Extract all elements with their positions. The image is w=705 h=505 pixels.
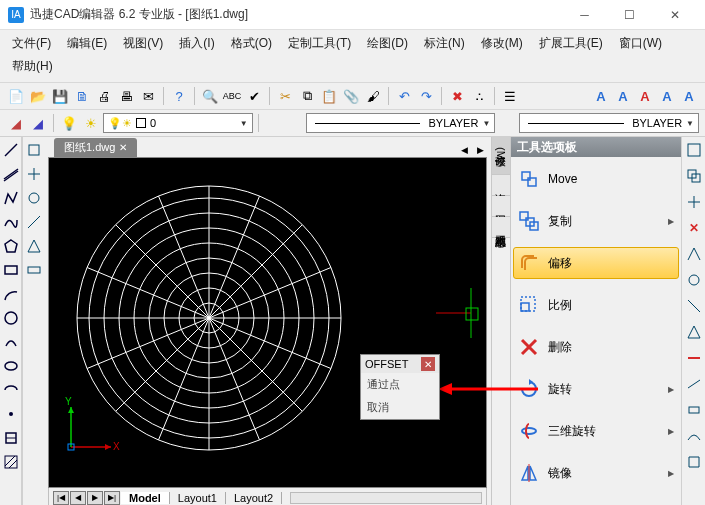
- line-icon[interactable]: [2, 141, 20, 159]
- rc-13-icon[interactable]: [685, 453, 703, 471]
- circle-icon[interactable]: [2, 309, 20, 327]
- rc-6-icon[interactable]: [685, 271, 703, 289]
- tab-last-icon[interactable]: ▶|: [104, 491, 120, 505]
- ellipse-icon[interactable]: [2, 357, 20, 375]
- undo-icon[interactable]: ↶: [394, 86, 414, 106]
- rc-5-icon[interactable]: [685, 245, 703, 263]
- hatch2-icon[interactable]: [2, 453, 20, 471]
- point-icon[interactable]: [2, 405, 20, 423]
- vtab-inquiry[interactable]: 查询: [492, 175, 510, 196]
- palette-item-delete[interactable]: 删除: [513, 331, 679, 363]
- rectangle-icon[interactable]: [2, 261, 20, 279]
- rc-2-icon[interactable]: [685, 167, 703, 185]
- tab-fwd-icon[interactable]: ▶: [87, 491, 103, 505]
- doc-tab-active[interactable]: 图纸1.dwg ✕: [54, 138, 137, 157]
- explode-icon[interactable]: ⛬: [469, 86, 489, 106]
- print-icon[interactable]: 🖶: [116, 86, 136, 106]
- lt-2-icon[interactable]: [25, 165, 43, 183]
- menu-draw[interactable]: 绘图(D): [359, 32, 416, 55]
- copy-icon[interactable]: ⧉: [297, 86, 317, 106]
- rc-4-icon[interactable]: ✕: [685, 219, 703, 237]
- matchprop-icon[interactable]: 🖌: [363, 86, 383, 106]
- save-icon[interactable]: 💾: [50, 86, 70, 106]
- lineweight-combo[interactable]: BYLAYER ▼: [519, 113, 699, 133]
- erase-icon[interactable]: ✖: [447, 86, 467, 106]
- ellipsearc-icon[interactable]: [2, 381, 20, 399]
- textstyle-a3-icon[interactable]: A: [635, 86, 655, 106]
- proof-icon[interactable]: ✔: [244, 86, 264, 106]
- cut-icon[interactable]: ✂: [275, 86, 295, 106]
- paste-icon[interactable]: 📋: [319, 86, 339, 106]
- palette-item-3drotate[interactable]: 三维旋转 ▶: [513, 415, 679, 447]
- rc-8-icon[interactable]: [685, 323, 703, 341]
- textstyle-a5-icon[interactable]: A: [679, 86, 699, 106]
- email-icon[interactable]: ✉: [138, 86, 158, 106]
- doc-tab-close-icon[interactable]: ✕: [119, 142, 127, 153]
- lt-6-icon[interactable]: [25, 261, 43, 279]
- layout-tab-1[interactable]: Layout1: [170, 492, 226, 504]
- tab-first-icon[interactable]: |◀: [53, 491, 69, 505]
- textstyle-a2-icon[interactable]: A: [613, 86, 633, 106]
- menu-window[interactable]: 窗口(W): [611, 32, 670, 55]
- layer-on-icon[interactable]: 💡: [59, 113, 79, 133]
- clipboard-icon[interactable]: 📎: [341, 86, 361, 106]
- rc-12-icon[interactable]: [685, 427, 703, 445]
- palette-item-mirror[interactable]: 镜像 ▶: [513, 457, 679, 489]
- vtab-3dorbit[interactable]: 三维动态观察: [492, 217, 510, 238]
- menu-custom-tools[interactable]: 定制工具(T): [280, 32, 359, 55]
- help-icon[interactable]: ?: [169, 86, 189, 106]
- menu-format[interactable]: 格式(O): [223, 32, 280, 55]
- tab-next-icon[interactable]: ▶: [473, 143, 487, 157]
- arc2-icon[interactable]: [2, 333, 20, 351]
- menu-insert[interactable]: 插入(I): [171, 32, 222, 55]
- rc-1-icon[interactable]: [685, 141, 703, 159]
- minimize-button[interactable]: ─: [562, 0, 607, 30]
- rc-3-icon[interactable]: [685, 193, 703, 211]
- polygon-icon[interactable]: [2, 237, 20, 255]
- layer-manager-icon[interactable]: ◢: [6, 113, 26, 133]
- layout-tab-model[interactable]: Model: [121, 492, 170, 504]
- drawing-canvas[interactable]: X Y: [48, 157, 487, 488]
- textstyle-a1-icon[interactable]: A: [591, 86, 611, 106]
- layer-states-icon[interactable]: ◢: [28, 113, 48, 133]
- tab-prev-icon[interactable]: ◀: [457, 143, 471, 157]
- palette-item-copy[interactable]: 复制 ▶: [513, 205, 679, 237]
- vtab-view[interactable]: 视图: [492, 196, 510, 217]
- layer-combo[interactable]: 💡☀ 0 ▼: [103, 113, 253, 133]
- linetype-combo[interactable]: BYLAYER ▼: [306, 113, 496, 133]
- rc-11-icon[interactable]: [685, 401, 703, 419]
- maximize-button[interactable]: ☐: [607, 0, 652, 30]
- menu-modify[interactable]: 修改(M): [473, 32, 531, 55]
- layout-tab-2[interactable]: Layout2: [226, 492, 282, 504]
- properties-icon[interactable]: ☰: [500, 86, 520, 106]
- textstyle-a4-icon[interactable]: A: [657, 86, 677, 106]
- h-scrollbar[interactable]: [290, 492, 482, 504]
- popup-item-through[interactable]: 通过点: [361, 373, 439, 396]
- tab-back-icon[interactable]: ◀: [70, 491, 86, 505]
- lt-4-icon[interactable]: [25, 213, 43, 231]
- polyline-icon[interactable]: [2, 189, 20, 207]
- lt-3-icon[interactable]: [25, 189, 43, 207]
- palette-item-move[interactable]: Move: [513, 163, 679, 195]
- spell-icon[interactable]: ABC: [222, 86, 242, 106]
- menu-edit[interactable]: 编辑(E): [59, 32, 115, 55]
- palette-item-offset[interactable]: 偏移: [513, 247, 679, 279]
- rc-7-icon[interactable]: [685, 297, 703, 315]
- saveall-icon[interactable]: 🗎: [72, 86, 92, 106]
- redo-icon[interactable]: ↷: [416, 86, 436, 106]
- menu-extend-tools[interactable]: 扩展工具(E): [531, 32, 611, 55]
- rc-10-icon[interactable]: [685, 375, 703, 393]
- vtab-modify[interactable]: 修改(M): [492, 137, 510, 175]
- palette-item-scale[interactable]: 比例: [513, 289, 679, 321]
- arc-icon[interactable]: [2, 285, 20, 303]
- menu-view[interactable]: 视图(V): [115, 32, 171, 55]
- close-button[interactable]: ✕: [652, 0, 697, 30]
- lt-1-icon[interactable]: [25, 141, 43, 159]
- find-icon[interactable]: 🔍: [200, 86, 220, 106]
- palette-item-rotate[interactable]: 旋转 ▶: [513, 373, 679, 405]
- open-file-icon[interactable]: 📂: [28, 86, 48, 106]
- popup-close-icon[interactable]: ✕: [421, 357, 435, 371]
- spline-icon[interactable]: [2, 213, 20, 231]
- popup-item-cancel[interactable]: 取消: [361, 396, 439, 419]
- preview-icon[interactable]: 🖨: [94, 86, 114, 106]
